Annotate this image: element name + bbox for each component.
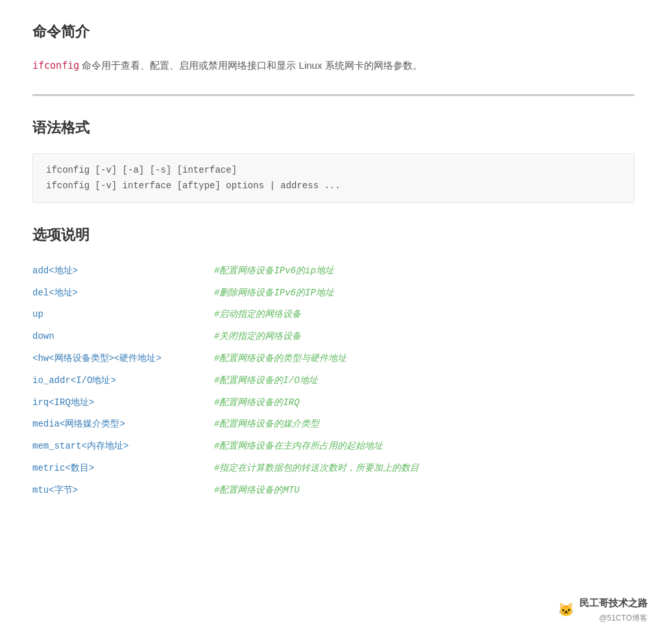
cmd-intro-title: 命令简介 [32,19,635,43]
option-desc: #配置网络设备的媒介类型 [214,417,319,432]
option-row: up#启动指定的网络设备 [32,304,635,326]
option-row: metric<数目>#指定在计算数据包的转送次数时，所要加上的数目 [32,458,635,480]
option-name: <hw<网络设备类型><硬件地址> [32,351,214,367]
option-name: metric<数目> [32,461,214,477]
option-desc: #配置网络设备的IRQ [214,395,300,411]
option-desc: #关闭指定的网络设备 [214,329,301,345]
option-row: irq<IRQ地址>#配置网络设备的IRQ [32,392,635,414]
option-name: mtu<字节> [32,483,214,499]
option-name: add<地址> [32,264,214,279]
option-name: io_addr<I/O地址> [32,373,214,389]
syntax-section: 语法格式 ifconfig [-v] [-a] [-s] [interface]… [32,116,635,203]
option-row: media<网络媒介类型>#配置网络设备的媒介类型 [32,414,635,436]
option-row: mtu<字节>#配置网络设备的MTU [32,480,635,502]
option-row: mem_start<内存地址>#配置网络设备在主内存所占用的起始地址 [32,436,635,458]
option-desc: #配置网络设备IPv6的ip地址 [214,264,334,279]
option-desc: #删除网络设备IPv6的IP地址 [214,286,334,301]
option-row: io_addr<I/O地址>#配置网络设备的I/O地址 [32,370,635,392]
option-name: del<地址> [32,286,214,301]
option-desc: #启动指定的网络设备 [214,307,301,323]
options-title: 选项说明 [32,223,635,247]
description-body: 命令用于查看、配置、启用或禁用网络接口和显示 Linux 系统网卡的网络参数。 [79,60,422,71]
option-name: up [32,307,214,323]
syntax-line: ifconfig [-v] interface [aftype] options… [46,179,621,194]
syntax-line: ifconfig [-v] [-a] [-s] [interface] [46,163,621,179]
option-row: down#关闭指定的网络设备 [32,326,635,348]
syntax-title: 语法格式 [32,116,635,140]
option-desc: #指定在计算数据包的转送次数时，所要加上的数目 [214,461,419,477]
option-desc: #配置网络设备的类型与硬件地址 [214,351,346,367]
syntax-code-block: ifconfig [-v] [-a] [-s] [interface]ifcon… [32,153,635,204]
option-name: media<网络媒介类型> [32,417,214,432]
option-row: del<地址>#删除网络设备IPv6的IP地址 [32,282,635,304]
cmd-intro-section: 命令简介 ifconfig 命令用于查看、配置、启用或禁用网络接口和显示 Lin… [32,19,635,75]
section-divider [32,94,635,96]
option-row: add<地址>#配置网络设备IPv6的ip地址 [32,260,635,282]
option-desc: #配置网络设备在主内存所占用的起始地址 [214,439,383,454]
options-table: add<地址>#配置网络设备IPv6的ip地址del<地址>#删除网络设备IPv… [32,260,635,502]
option-name: mem_start<内存地址> [32,439,214,454]
option-name: irq<IRQ地址> [32,395,214,411]
options-section: 选项说明 add<地址>#配置网络设备IPv6的ip地址del<地址>#删除网络… [32,223,635,501]
option-row: <hw<网络设备类型><硬件地址>#配置网络设备的类型与硬件地址 [32,348,635,370]
option-desc: #配置网络设备的I/O地址 [214,373,318,389]
cmd-name: ifconfig [32,60,79,71]
cmd-intro-description: ifconfig 命令用于查看、配置、启用或禁用网络接口和显示 Linux 系统… [32,56,635,75]
option-name: down [32,329,214,345]
option-desc: #配置网络设备的MTU [214,483,300,499]
